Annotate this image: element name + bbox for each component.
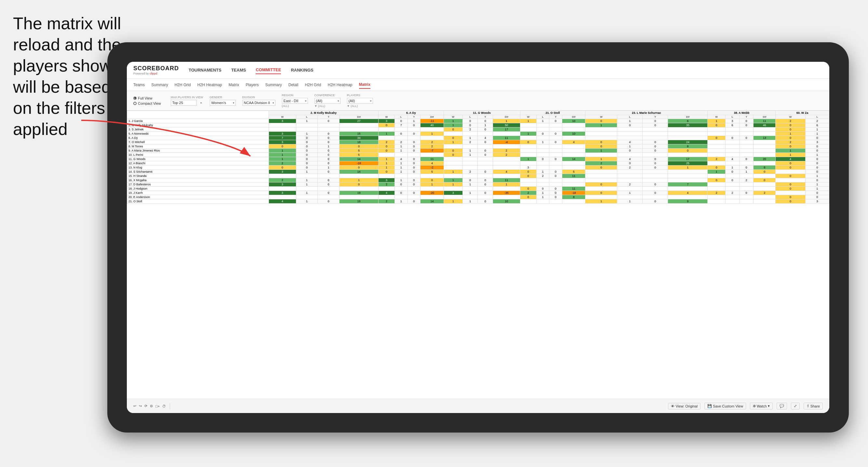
- cell-16-11: [493, 187, 520, 191]
- cell-12-4: 0: [378, 170, 395, 174]
- cell-0-14: 0: [549, 119, 562, 123]
- cell-8-20: [708, 153, 725, 157]
- cell-3-21: [725, 132, 739, 136]
- cell-16-24: 0: [776, 187, 806, 191]
- full-view-radio[interactable]: [133, 97, 136, 100]
- view-original-button[interactable]: 👁 View: Original: [668, 403, 701, 409]
- max-players-select[interactable]: Top 25: [171, 100, 197, 106]
- cell-9-3: 14: [339, 157, 378, 161]
- player-name-8: 10. L Perini: [127, 153, 269, 157]
- save-custom-button[interactable]: 💾 Save Custom View: [705, 403, 746, 409]
- cell-14-8: 1: [443, 178, 462, 182]
- cell-5-4: 2: [378, 140, 395, 145]
- gender-select[interactable]: Women's: [210, 100, 236, 106]
- cell-5-17: 4: [617, 140, 643, 145]
- cell-7-3: 5: [339, 149, 378, 153]
- region-select[interactable]: East - DII: [282, 98, 308, 104]
- expand-button[interactable]: ⤢: [791, 403, 800, 409]
- players-select[interactable]: (All): [347, 98, 373, 104]
- sh-l3: L: [462, 115, 478, 119]
- cell-13-15: 11: [562, 174, 585, 178]
- cell-14-13: [536, 178, 549, 182]
- cell-4-4: [378, 136, 395, 140]
- col-header-stoll: 21. O Stoll: [520, 111, 585, 115]
- zoom-out-button[interactable]: ⊖: [150, 404, 153, 408]
- tab-detail[interactable]: Detail: [288, 81, 299, 89]
- tab-h2h-heatmap-2[interactable]: H2H Heatmap: [328, 81, 352, 89]
- tab-matrix-2[interactable]: Matrix: [359, 81, 370, 89]
- cell-14-20: 0: [708, 178, 725, 182]
- tab-summary-1[interactable]: Summary: [151, 81, 168, 89]
- tab-h2h-heatmap-1[interactable]: H2H Heatmap: [197, 81, 222, 89]
- cell-10-5: 1: [395, 161, 407, 165]
- nav-tournaments[interactable]: TOURNAMENTS: [189, 66, 221, 74]
- save-icon: 💾: [707, 404, 712, 408]
- nav-teams[interactable]: TEAMS: [231, 66, 246, 74]
- cell-9-0: 1: [269, 157, 296, 161]
- refresh-button[interactable]: ⟳: [145, 404, 147, 408]
- conference-select[interactable]: (All): [314, 98, 341, 104]
- cell-6-4: 0: [378, 145, 395, 149]
- division-select[interactable]: NCAA Division II: [242, 100, 275, 106]
- players-wrapper[interactable]: (All): [347, 98, 373, 104]
- zoom-info-button[interactable]: □+: [155, 404, 160, 408]
- sh-l6: L: [725, 115, 739, 119]
- tab-h2h-grid-1[interactable]: H2H Grid: [175, 81, 191, 89]
- conference-wrapper[interactable]: (All): [314, 98, 341, 104]
- cell-11-11: [493, 165, 520, 170]
- sh-l4: L: [536, 115, 549, 119]
- nav-rankings[interactable]: RANKINGS: [291, 66, 313, 74]
- cell-8-18: [643, 153, 668, 157]
- cell-8-19: [668, 153, 708, 157]
- gender-wrapper[interactable]: Women's: [210, 99, 236, 106]
- cell-3-2: 0: [318, 132, 340, 136]
- full-view-option[interactable]: Full View: [133, 96, 161, 100]
- division-wrapper[interactable]: NCAA Division II: [242, 99, 275, 106]
- cell-5-8: 1: [443, 140, 462, 145]
- col-header-ady: 6. A Dy: [378, 111, 444, 115]
- cell-19-0: 4: [269, 199, 296, 204]
- redo-button[interactable]: ↪: [139, 404, 142, 408]
- cell-4-12: [520, 136, 536, 140]
- clock-button[interactable]: ⏱: [162, 404, 166, 408]
- tab-summary-2[interactable]: Summary: [265, 81, 282, 89]
- cell-13-22: [739, 174, 753, 178]
- comment-button[interactable]: 💬: [777, 403, 787, 409]
- cell-13-13: 2: [536, 174, 549, 178]
- cell-13-3: [339, 174, 378, 178]
- cell-15-6: 0: [407, 182, 421, 187]
- cell-16-25: 1: [805, 187, 829, 191]
- matrix-content[interactable]: 2. M Kelly Mulcahy 6. A Dy 11. G Woods 2…: [127, 111, 829, 399]
- cell-11-4: 1: [378, 165, 395, 170]
- undo-button[interactable]: ↩: [133, 404, 136, 408]
- tab-players[interactable]: Players: [246, 81, 258, 89]
- cell-6-23: [753, 145, 776, 149]
- cell-6-1: 0: [296, 145, 318, 149]
- tab-matrix-1[interactable]: Matrix: [229, 81, 239, 89]
- compact-view-radio[interactable]: [133, 102, 136, 105]
- cell-13-2: [318, 174, 340, 178]
- share-button[interactable]: ⇧ Share: [804, 403, 823, 409]
- cell-10-17: 0: [617, 161, 643, 165]
- max-players-wrapper[interactable]: Top 25: [171, 99, 203, 106]
- cell-10-18: 0: [643, 161, 668, 165]
- cell-14-5: 1: [395, 178, 407, 182]
- cell-17-21: 2: [725, 191, 739, 195]
- tab-h2h-grid-2[interactable]: H2H Grid: [305, 81, 321, 89]
- region-wrapper[interactable]: East - DII: [282, 98, 308, 104]
- tab-teams[interactable]: Teams: [133, 81, 145, 89]
- nav-committee[interactable]: COMMITTEE: [256, 66, 281, 74]
- cell-3-1: 1: [296, 132, 318, 136]
- cell-2-5: [395, 127, 407, 132]
- compact-view-option[interactable]: Compact View: [133, 101, 161, 105]
- cell-12-25: 0: [805, 170, 829, 174]
- cell-11-22: 0: [739, 165, 753, 170]
- cell-13-8: [443, 174, 462, 178]
- cell-17-6: 0: [407, 191, 421, 195]
- cell-12-6: 0: [407, 170, 421, 174]
- cell-16-17: [617, 187, 643, 191]
- cell-8-1: 0: [296, 153, 318, 157]
- cell-9-12: 1: [520, 157, 536, 161]
- sh-l5: L: [617, 115, 643, 119]
- watch-button[interactable]: ⊕ Watch ▾: [750, 403, 773, 409]
